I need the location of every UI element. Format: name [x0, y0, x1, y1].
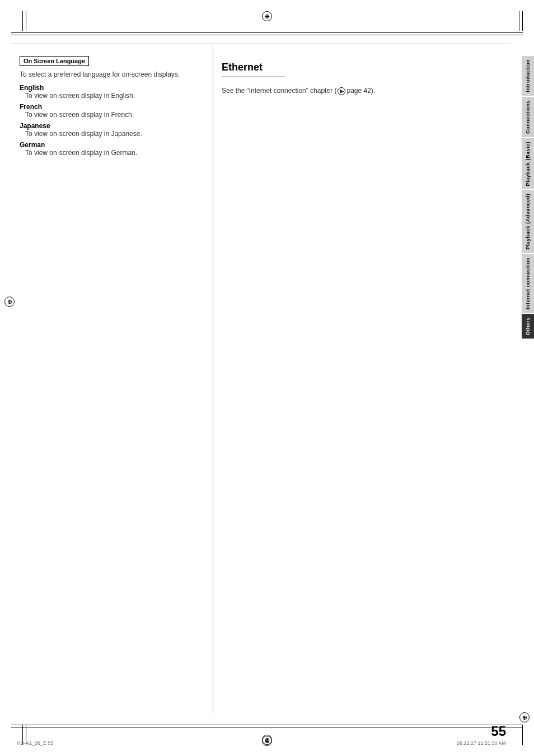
tab-others[interactable]: Others [522, 314, 534, 339]
lang-desc-french: To view on-screen display in French. [20, 111, 204, 119]
page-number: 55 [491, 724, 506, 739]
reg-mark-right-bottom: ⊕ [519, 712, 530, 722]
lang-title-german: German [20, 141, 204, 149]
lang-item-english: English To view on-screen display in Eng… [20, 84, 204, 100]
lang-desc-german: To view on-screen display in German. [20, 149, 204, 157]
ethernet-desc-page: page 42 [346, 87, 371, 95]
lang-item-german: German To view on-screen display in Germ… [20, 141, 204, 157]
tab-connections[interactable]: Connections [522, 97, 534, 137]
corner-tl-v2 [26, 11, 26, 31]
tab-connections-label: Connections [525, 100, 531, 134]
lang-desc-english: To view on-screen display in English. [20, 92, 204, 100]
horiz-divider [11, 44, 510, 44]
lang-title-english: English [20, 84, 204, 92]
ethernet-desc-prefix: See the “Internet connection” chapter ( [222, 87, 336, 95]
tab-playback-advanced-label: Playback (Advanced) [525, 194, 531, 250]
corner-tr-v2 [519, 11, 519, 31]
page-ref-icon: ▶ [338, 87, 345, 95]
reg-mark-top: ⊕ [262, 11, 272, 21]
top-inner-line [11, 35, 523, 35]
lang-item-japanese: Japanese To view on-screen display in Ja… [20, 122, 204, 138]
corner-br-v [522, 725, 523, 745]
side-tabs: Introduction Connections Playback (Basic… [522, 56, 534, 339]
corner-tr-v [522, 11, 523, 31]
content-area: On Screen Language To select a preferred… [11, 45, 510, 714]
left-panel: On Screen Language To select a preferred… [11, 45, 213, 714]
bottom-bar [11, 725, 523, 725]
page-container: ⊕ ⊕ ⊕ Introduction Connections Playback … [0, 0, 534, 756]
ethernet-desc-suffix: ). [371, 87, 375, 95]
corner-tl-v [22, 11, 23, 31]
section-description: To select a preferred language for on-sc… [20, 71, 204, 78]
tab-playback-basic-label: Playback (Basic) [525, 142, 531, 186]
lang-item-french: French To view on-screen display in Fren… [20, 103, 204, 119]
bottom-inner-line [11, 727, 523, 727]
tab-playback-advanced[interactable]: Playback (Advanced) [522, 190, 534, 253]
tab-playback-basic[interactable]: Playback (Basic) [522, 138, 534, 190]
ethernet-title: Ethernet [222, 62, 285, 77]
tab-introduction[interactable]: Introduction [522, 56, 534, 96]
tab-introduction-label: Introduction [525, 59, 531, 92]
lang-desc-japanese: To view on-screen display in Japanese. [20, 130, 204, 138]
top-bar [11, 32, 523, 33]
footer-left: HD-A2_06_E 55 [17, 740, 54, 746]
footer-center-reg: ⊕ [262, 736, 272, 746]
tab-internet-connection-label: Internet connection [525, 257, 531, 309]
tab-others-label: Others [525, 317, 531, 335]
right-panel: Ethernet See the “Internet connection” c… [213, 45, 510, 714]
footer-right: 06.12.27 11:51:30 AM [457, 740, 506, 746]
section-header-box: On Screen Language [20, 56, 89, 66]
lang-title-japanese: Japanese [20, 122, 204, 130]
lang-title-french: French [20, 103, 204, 111]
reg-mark-footer-center: ⊕ [262, 736, 272, 746]
ethernet-description: See the “Internet connection” chapter (▶… [222, 87, 502, 95]
tab-internet-connection[interactable]: Internet connection [522, 254, 534, 313]
